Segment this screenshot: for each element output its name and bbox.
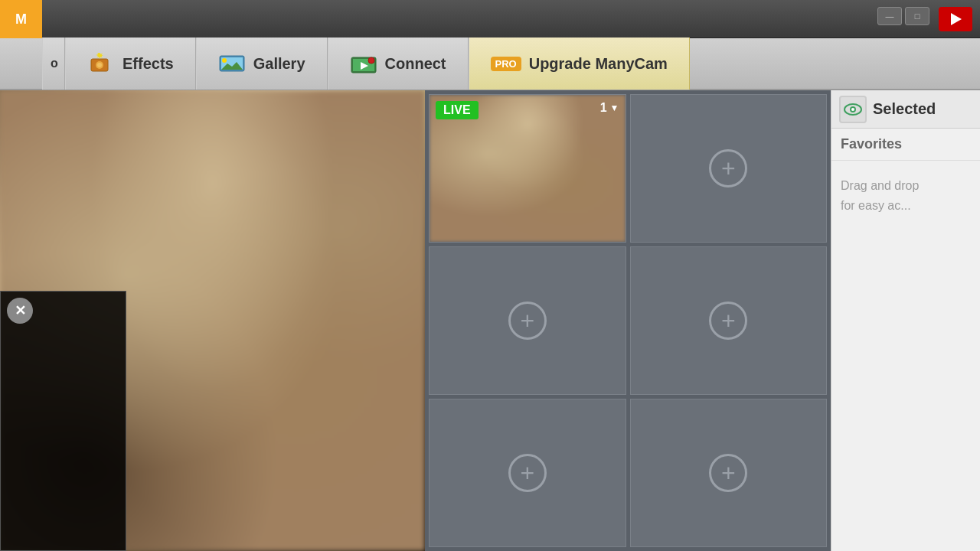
tab-gallery[interactable]: Gallery — [196, 37, 328, 90]
effects-label: Effects — [122, 55, 174, 73]
effects-icon — [87, 53, 115, 74]
grid-cell-2[interactable]: + — [630, 94, 828, 243]
grid-cell-3[interactable]: + — [429, 246, 626, 395]
window-titlebar: M — □ — [0, 0, 980, 38]
gallery-label: Gallery — [253, 55, 305, 73]
connect-icon — [350, 53, 377, 74]
preview-video: ✕ — [0, 90, 425, 551]
connect-label: Connect — [385, 55, 446, 73]
connect-svg — [350, 53, 377, 74]
add-source-icon-5: + — [508, 454, 547, 492]
live-dropdown-arrow[interactable]: ▼ — [610, 103, 619, 113]
svg-point-7 — [222, 58, 227, 63]
youtube-play-icon — [951, 13, 962, 25]
grid-cell-4[interactable]: + — [630, 246, 828, 395]
live-badge: LIVE — [436, 101, 479, 119]
pro-badge: PRO — [491, 57, 521, 71]
upgrade-label: Upgrade ManyCam — [529, 55, 668, 73]
add-plus-3: + — [520, 307, 534, 335]
add-plus-6: + — [721, 459, 736, 487]
tab-bar: o Effects Gallery — [0, 38, 980, 90]
preview-area: ✕ — [0, 90, 425, 551]
svg-marker-3 — [96, 53, 103, 59]
add-source-icon-2: + — [709, 149, 747, 187]
grid-area: LIVE 1 ▼ + + + + — [425, 90, 831, 551]
right-panel-header: Selected — [831, 90, 980, 129]
right-panel-title: Selected — [873, 100, 936, 118]
tab-upgrade[interactable]: PRO Upgrade ManyCam — [469, 37, 690, 90]
tab-partial[interactable]: o — [42, 37, 65, 90]
tab-connect[interactable]: Connect — [328, 37, 469, 90]
add-plus-5: + — [520, 459, 534, 487]
grid-cell-5[interactable]: + — [429, 399, 626, 547]
grid-cell-live[interactable]: LIVE 1 ▼ — [429, 94, 626, 243]
youtube-button[interactable] — [939, 7, 972, 31]
add-plus-2: + — [721, 155, 736, 183]
live-indicator: 1 ▼ — [600, 101, 619, 115]
grid-cell-6[interactable]: + — [630, 399, 828, 547]
add-source-icon-3: + — [508, 302, 547, 340]
main-area: ✕ LIVE 1 ▼ + + — [0, 90, 980, 551]
right-panel: Selected Favorites Drag and dropfor easy… — [831, 90, 980, 551]
eye-svg — [844, 103, 862, 116]
add-source-icon-6: + — [709, 454, 747, 492]
eye-icon — [839, 96, 867, 123]
add-source-icon-4: + — [709, 302, 747, 340]
gallery-svg — [218, 53, 246, 74]
gallery-icon — [218, 53, 246, 74]
effects-svg — [87, 53, 115, 74]
favorites-label: Favorites — [841, 136, 902, 152]
drag-drop-hint: Drag and dropfor easy ac... — [831, 161, 980, 230]
maximize-button[interactable]: □ — [905, 7, 929, 25]
close-overlay-button[interactable]: ✕ — [7, 298, 33, 324]
add-plus-4: + — [721, 307, 736, 335]
favorites-section: Favorites — [831, 129, 980, 161]
preview-overlay: ✕ — [0, 291, 126, 551]
tab-effects[interactable]: Effects — [65, 37, 196, 90]
svg-point-11 — [368, 57, 374, 64]
minimize-button[interactable]: — — [877, 7, 902, 25]
tab-partial-label: o — [51, 57, 58, 70]
app-logo: M — [0, 0, 42, 38]
logo-text: M — [15, 11, 27, 28]
svg-point-14 — [851, 108, 854, 111]
live-number: 1 — [600, 101, 607, 115]
window-controls: — □ — [877, 7, 972, 31]
svg-point-2 — [97, 63, 102, 67]
drag-drop-text: Drag and dropfor easy ac... — [841, 179, 919, 212]
